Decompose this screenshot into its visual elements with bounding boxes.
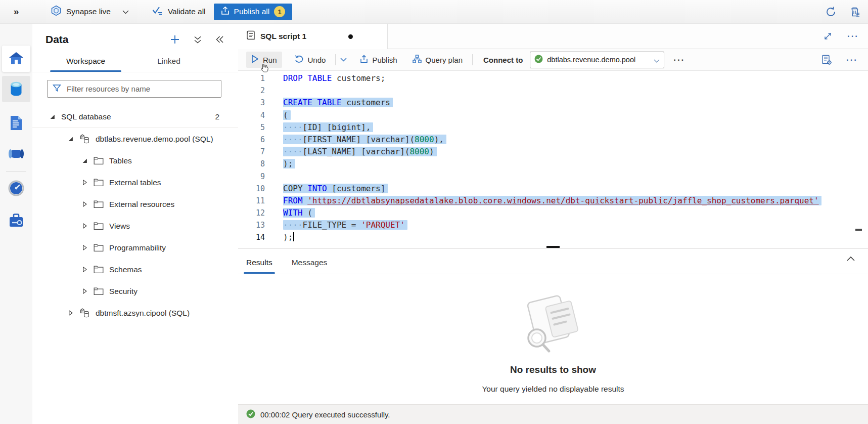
discard-trash-icon[interactable] xyxy=(850,6,861,18)
publish-icon xyxy=(360,55,368,65)
mode-selector[interactable]: Synapse live xyxy=(51,5,129,18)
sql-code-editor[interactable]: 1DROP TABLE customers;23CREATE TABLE cus… xyxy=(238,71,868,248)
line-number: 11 xyxy=(238,195,269,207)
code-line-4[interactable]: 4( xyxy=(238,109,868,121)
properties-icon[interactable] xyxy=(821,55,832,65)
tab-more-icon[interactable]: ··· xyxy=(847,32,859,40)
tree-item-label: dbtmsft.azsyn.cipool (SQL) xyxy=(96,309,190,318)
code-line-2[interactable]: 2 xyxy=(238,84,868,97)
collapse-panel-icon[interactable] xyxy=(215,35,224,44)
code-line-5[interactable]: 5····[ID] [bigint], xyxy=(238,121,868,134)
line-number: 10 xyxy=(238,183,269,195)
selected-pool-name: dbtlabs.revenue.demo.pool xyxy=(547,56,650,64)
no-results-illustration xyxy=(238,288,868,366)
code-line-6[interactable]: 6····[FIRST_NAME] [varchar](8000), xyxy=(238,134,868,146)
synapse-studio-app: » Synapse live Validate all Publish all … xyxy=(0,0,868,424)
text-cursor xyxy=(293,232,294,241)
code-line-3[interactable]: 3CREATE TABLE customers xyxy=(238,97,868,109)
expand-editor-icon[interactable] xyxy=(824,32,832,40)
tree-expanded-icon[interactable] xyxy=(82,158,88,163)
nav-monitor-icon[interactable] xyxy=(2,175,30,201)
data-explorer-panel: Data Workspace Linked SQL xyxy=(32,23,239,424)
tree-collapsed-icon[interactable] xyxy=(82,245,88,250)
tree-expanded-icon[interactable] xyxy=(68,136,74,142)
data-panel-tabs: Workspace Linked xyxy=(32,53,238,72)
toolbar-separator-2 xyxy=(472,54,473,65)
publish-button[interactable]: Publish xyxy=(355,52,402,68)
tree-collapsed-icon[interactable] xyxy=(82,201,88,207)
toolbar-more-icon[interactable]: ··· xyxy=(846,56,858,64)
nav-integrate-icon[interactable] xyxy=(2,141,30,167)
synapse-hexagon-icon xyxy=(51,5,62,18)
code-line-7[interactable]: 7····[LAST_NAME] [varchar](8000) xyxy=(238,146,868,158)
code-line-13[interactable]: 13····FILE_TYPE = 'PARQUET' xyxy=(238,219,868,231)
folder-icon xyxy=(94,222,104,230)
tree-item-external-tables[interactable]: External tables xyxy=(32,172,238,193)
tree-item-programmability[interactable]: Programmability xyxy=(32,237,238,259)
tab-messages[interactable]: Messages xyxy=(292,258,328,274)
top-command-bar: » Synapse live Validate all Publish all … xyxy=(0,0,868,24)
tab-results[interactable]: Results xyxy=(246,258,272,274)
folder-icon xyxy=(94,178,104,187)
tree-item-dbtmsft-azsyn-cipool-sql[interactable]: dbtmsft.azsyn.cipool (SQL) xyxy=(32,302,238,324)
validate-check-icon xyxy=(152,6,163,17)
tree-item-sql-database[interactable]: SQL database2 xyxy=(32,106,238,128)
resource-tree: SQL database2dbtlabs.revenue.demo.pool (… xyxy=(32,106,238,324)
tree-item-count: 2 xyxy=(215,112,219,121)
tree-expanded-icon[interactable] xyxy=(50,114,56,119)
tree-item-schemas[interactable]: Schemas xyxy=(32,259,238,280)
undo-label: Undo xyxy=(308,56,326,64)
tree-collapsed-icon[interactable] xyxy=(82,180,88,185)
tree-item-label: SQL database xyxy=(61,112,111,121)
code-line-12[interactable]: 12WITH ( xyxy=(238,207,868,219)
tab-sql-script-1[interactable]: SQL script 1 xyxy=(238,23,388,49)
undo-button[interactable]: Undo xyxy=(289,52,331,68)
tab-linked[interactable]: Linked xyxy=(125,53,212,72)
folder-icon xyxy=(94,243,104,252)
undo-redo-chevron-icon[interactable] xyxy=(340,58,347,62)
tree-collapsed-icon[interactable] xyxy=(82,223,88,229)
collapse-results-icon[interactable] xyxy=(847,256,855,261)
code-line-14[interactable]: 14); xyxy=(238,231,868,243)
refresh-icon[interactable] xyxy=(825,6,837,18)
folder-icon xyxy=(94,287,104,295)
collapse-all-icon[interactable] xyxy=(194,35,202,44)
nav-data-icon[interactable] xyxy=(2,76,30,102)
pool-status-check-icon xyxy=(534,55,543,65)
add-resource-icon[interactable] xyxy=(170,34,180,45)
connect-to-dropdown[interactable]: dbtlabs.revenue.demo.pool xyxy=(530,52,664,68)
tree-item-tables[interactable]: Tables xyxy=(32,150,238,172)
code-line-10[interactable]: 10COPY INTO [customers] xyxy=(238,183,868,195)
line-number: 6 xyxy=(238,134,269,146)
tree-collapsed-icon[interactable] xyxy=(82,267,88,272)
run-button[interactable]: Run xyxy=(246,52,282,68)
tree-collapsed-icon[interactable] xyxy=(82,288,88,294)
pool-icon xyxy=(79,134,90,144)
tab-workspace[interactable]: Workspace xyxy=(46,53,125,72)
validate-all-button[interactable]: Validate all xyxy=(152,6,206,17)
tree-item-label: Programmability xyxy=(109,243,166,252)
tree-collapsed-icon[interactable] xyxy=(68,310,74,316)
nav-develop-icon[interactable] xyxy=(2,110,30,136)
tree-item-label: Views xyxy=(109,222,130,231)
script-toolbar: Run Undo Publish xyxy=(238,49,868,71)
code-line-1[interactable]: 1DROP TABLE customers; xyxy=(238,72,868,84)
code-line-11[interactable]: 11FROM 'https://dbtlabsynapsedatalake.bl… xyxy=(238,195,868,207)
nav-manage-icon[interactable] xyxy=(2,207,30,234)
document-tab-bar: SQL script 1 ··· xyxy=(238,23,868,49)
publish-all-button[interactable]: Publish all 1 xyxy=(214,4,293,20)
nav-home-icon[interactable] xyxy=(2,46,30,72)
connect-more-icon[interactable]: ··· xyxy=(673,56,685,64)
tree-item-dbtlabs-revenue-demo-pool-sql[interactable]: dbtlabs.revenue.demo.pool (SQL) xyxy=(32,128,238,150)
tree-item-external-resources[interactable]: External resources xyxy=(32,193,238,215)
expand-menu-icon[interactable]: » xyxy=(0,6,32,17)
tree-item-label: dbtlabs.revenue.demo.pool (SQL) xyxy=(96,135,213,144)
code-line-8[interactable]: 8); xyxy=(238,158,868,170)
query-plan-button[interactable]: Query plan xyxy=(407,52,468,68)
tree-item-security[interactable]: Security xyxy=(32,280,238,302)
filter-input[interactable] xyxy=(66,84,216,94)
filter-box xyxy=(47,80,221,98)
sql-script-icon xyxy=(245,30,255,43)
code-line-9[interactable]: 9 xyxy=(238,171,868,183)
tree-item-views[interactable]: Views xyxy=(32,215,238,237)
